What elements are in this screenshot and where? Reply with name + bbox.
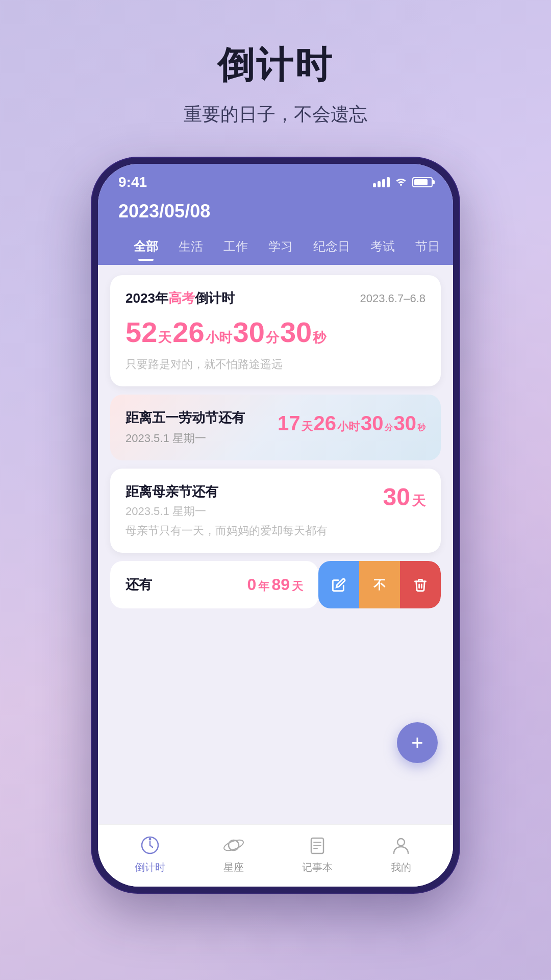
nav-notebook[interactable]: 记事本 [276,833,359,874]
card4-delete-button[interactable] [400,561,441,608]
tab-holiday[interactable]: 节日 [405,232,450,265]
nav-mine[interactable]: 我的 [359,833,443,874]
phone-inner: 9:41 2023/05/08 [98,164,453,887]
status-time: 9:41 [118,174,147,190]
card1-countdown: 52天 26小时 30分 30秒 [126,315,425,349]
card3-date: 2023.5.1 星期一 [126,504,218,519]
card-mothersday[interactable]: 距离母亲节还有 2023.5.1 星期一 30天 母亲节只有一天，而妈妈的爱却每… [110,469,441,553]
tab-exam[interactable]: 考试 [360,232,405,265]
wifi-icon [395,176,407,189]
status-icons [373,176,433,189]
tab-all[interactable]: 全部 [123,232,168,265]
tab-anniversary[interactable]: 纪念日 [303,232,360,265]
person-icon [389,833,413,857]
nav-mine-label: 我的 [391,861,411,874]
current-date: 2023/05/08 [118,201,433,222]
card4-container: 不 还有 [110,561,441,608]
planet-icon [221,833,246,857]
card2-title: 距离五一劳动节还有 [126,409,245,427]
card4-countdown: 0 年 89 天 [247,575,303,594]
battery-icon [412,177,433,187]
card3-quote: 母亲节只有一天，而妈妈的爱却每天都有 [126,523,425,538]
svg-point-2 [229,840,239,850]
bottom-nav: 倒计时 星座 [98,824,453,887]
card2-countdown: 17天 26小时 30分 30秒 [278,412,425,435]
clock-icon [138,833,162,857]
phone-frame: 9:41 2023/05/08 [92,158,459,893]
tab-study[interactable]: 学习 [258,232,303,265]
content-area: 2023年高考倒计时 2023.6.7–6.8 52天 26小时 30分 30秒… [98,265,453,824]
add-fab-button[interactable]: + [397,722,438,763]
card-gaokao[interactable]: 2023年高考倒计时 2023.6.7–6.8 52天 26小时 30分 30秒… [110,275,441,386]
card4-title: 还有 [126,576,152,594]
page-title: 倒计时 [217,41,334,90]
nav-zodiac[interactable]: 星座 [192,833,276,874]
nav-countdown-label: 倒计时 [135,861,165,874]
card4-actions: 不 [318,561,441,608]
notebook-icon [305,833,330,857]
card3-title: 距离母亲节还有 [126,483,218,501]
signal-icon [373,177,390,187]
svg-point-8 [397,839,405,846]
svg-point-1 [149,838,151,840]
card1-quote: 只要路是对的，就不怕路途遥远 [126,357,425,372]
card2-date: 2023.5.1 星期一 [126,431,245,446]
tab-work[interactable]: 工作 [213,232,258,265]
page-subtitle: 重要的日子，不会遗忘 [184,102,367,127]
card3-countdown: 30天 [383,483,425,511]
nav-zodiac-label: 星座 [223,861,244,874]
tab-life[interactable]: 生活 [168,232,213,265]
app-header: 2023/05/08 全部 生活 工作 学习 纪念日 考试 节日 [98,195,453,265]
card1-title: 2023年高考倒计时 [126,289,235,307]
category-tabs: 全部 生活 工作 学习 纪念日 考试 节日 [118,232,433,265]
card4-edit-button[interactable] [318,561,359,608]
card4-content[interactable]: 还有 0 年 89 天 [110,561,318,608]
nav-countdown[interactable]: 倒计时 [108,833,192,874]
card-laborday[interactable]: 距离五一劳动节还有 2023.5.1 星期一 17天 26小时 30分 30秒 [110,395,441,460]
card1-date: 2023.6.7–6.8 [360,292,425,305]
status-bar: 9:41 [98,164,453,195]
card4-pin-button[interactable]: 不 [359,561,400,608]
nav-notebook-label: 记事本 [302,861,333,874]
